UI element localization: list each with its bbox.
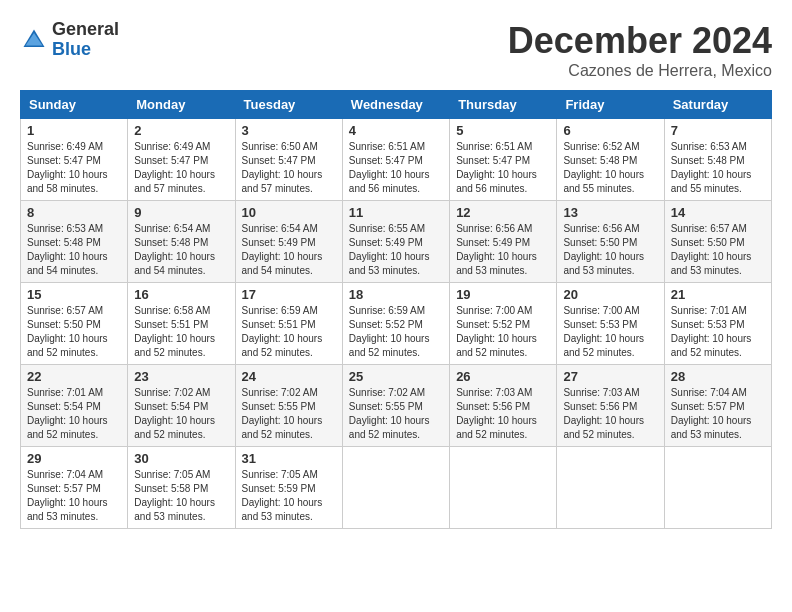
calendar-cell: 15 Sunrise: 6:57 AMSunset: 5:50 PMDaylig… [21,283,128,365]
calendar-cell: 20 Sunrise: 7:00 AMSunset: 5:53 PMDaylig… [557,283,664,365]
day-number: 29 [27,451,121,466]
weekday-header-row: SundayMondayTuesdayWednesdayThursdayFrid… [21,91,772,119]
calendar-cell: 1 Sunrise: 6:49 AMSunset: 5:47 PMDayligh… [21,119,128,201]
day-number: 11 [349,205,443,220]
day-number: 23 [134,369,228,384]
day-number: 4 [349,123,443,138]
day-info: Sunrise: 6:52 AMSunset: 5:48 PMDaylight:… [563,141,644,194]
calendar-cell: 5 Sunrise: 6:51 AMSunset: 5:47 PMDayligh… [450,119,557,201]
calendar-cell: 11 Sunrise: 6:55 AMSunset: 5:49 PMDaylig… [342,201,449,283]
calendar-cell: 10 Sunrise: 6:54 AMSunset: 5:49 PMDaylig… [235,201,342,283]
day-info: Sunrise: 6:54 AMSunset: 5:48 PMDaylight:… [134,223,215,276]
day-info: Sunrise: 6:59 AMSunset: 5:51 PMDaylight:… [242,305,323,358]
weekday-header-cell: Sunday [21,91,128,119]
weekday-header-cell: Tuesday [235,91,342,119]
day-info: Sunrise: 7:02 AMSunset: 5:55 PMDaylight:… [242,387,323,440]
day-number: 17 [242,287,336,302]
weekday-header-cell: Thursday [450,91,557,119]
calendar: SundayMondayTuesdayWednesdayThursdayFrid… [20,90,772,529]
title-area: December 2024 Cazones de Herrera, Mexico [508,20,772,80]
calendar-cell: 14 Sunrise: 6:57 AMSunset: 5:50 PMDaylig… [664,201,771,283]
day-number: 8 [27,205,121,220]
calendar-cell: 24 Sunrise: 7:02 AMSunset: 5:55 PMDaylig… [235,365,342,447]
logo-text: General Blue [52,20,119,60]
day-info: Sunrise: 7:00 AMSunset: 5:53 PMDaylight:… [563,305,644,358]
day-info: Sunrise: 7:01 AMSunset: 5:54 PMDaylight:… [27,387,108,440]
day-info: Sunrise: 6:56 AMSunset: 5:49 PMDaylight:… [456,223,537,276]
day-info: Sunrise: 6:57 AMSunset: 5:50 PMDaylight:… [27,305,108,358]
header: General Blue December 2024 Cazones de He… [20,20,772,80]
calendar-cell: 18 Sunrise: 6:59 AMSunset: 5:52 PMDaylig… [342,283,449,365]
calendar-cell: 27 Sunrise: 7:03 AMSunset: 5:56 PMDaylig… [557,365,664,447]
day-info: Sunrise: 6:51 AMSunset: 5:47 PMDaylight:… [349,141,430,194]
day-info: Sunrise: 7:03 AMSunset: 5:56 PMDaylight:… [563,387,644,440]
calendar-cell: 12 Sunrise: 6:56 AMSunset: 5:49 PMDaylig… [450,201,557,283]
day-number: 14 [671,205,765,220]
day-number: 2 [134,123,228,138]
day-info: Sunrise: 6:58 AMSunset: 5:51 PMDaylight:… [134,305,215,358]
day-number: 30 [134,451,228,466]
day-info: Sunrise: 7:04 AMSunset: 5:57 PMDaylight:… [671,387,752,440]
calendar-cell: 22 Sunrise: 7:01 AMSunset: 5:54 PMDaylig… [21,365,128,447]
day-number: 9 [134,205,228,220]
day-number: 7 [671,123,765,138]
calendar-cell: 9 Sunrise: 6:54 AMSunset: 5:48 PMDayligh… [128,201,235,283]
calendar-cell: 6 Sunrise: 6:52 AMSunset: 5:48 PMDayligh… [557,119,664,201]
day-info: Sunrise: 6:51 AMSunset: 5:47 PMDaylight:… [456,141,537,194]
day-info: Sunrise: 6:55 AMSunset: 5:49 PMDaylight:… [349,223,430,276]
calendar-cell: 7 Sunrise: 6:53 AMSunset: 5:48 PMDayligh… [664,119,771,201]
day-info: Sunrise: 6:54 AMSunset: 5:49 PMDaylight:… [242,223,323,276]
day-info: Sunrise: 6:59 AMSunset: 5:52 PMDaylight:… [349,305,430,358]
day-number: 13 [563,205,657,220]
day-number: 3 [242,123,336,138]
month-title: December 2024 [508,20,772,62]
calendar-cell: 25 Sunrise: 7:02 AMSunset: 5:55 PMDaylig… [342,365,449,447]
day-info: Sunrise: 6:50 AMSunset: 5:47 PMDaylight:… [242,141,323,194]
calendar-week-row: 29 Sunrise: 7:04 AMSunset: 5:57 PMDaylig… [21,447,772,529]
weekday-header-cell: Monday [128,91,235,119]
calendar-cell [450,447,557,529]
calendar-week-row: 1 Sunrise: 6:49 AMSunset: 5:47 PMDayligh… [21,119,772,201]
day-number: 6 [563,123,657,138]
day-info: Sunrise: 6:49 AMSunset: 5:47 PMDaylight:… [134,141,215,194]
logo-general-text: General [52,20,119,40]
calendar-cell: 13 Sunrise: 6:56 AMSunset: 5:50 PMDaylig… [557,201,664,283]
day-info: Sunrise: 7:02 AMSunset: 5:54 PMDaylight:… [134,387,215,440]
weekday-header-cell: Saturday [664,91,771,119]
day-number: 1 [27,123,121,138]
day-info: Sunrise: 6:53 AMSunset: 5:48 PMDaylight:… [671,141,752,194]
calendar-cell: 19 Sunrise: 7:00 AMSunset: 5:52 PMDaylig… [450,283,557,365]
calendar-cell: 26 Sunrise: 7:03 AMSunset: 5:56 PMDaylig… [450,365,557,447]
day-number: 28 [671,369,765,384]
weekday-header-cell: Friday [557,91,664,119]
calendar-cell [557,447,664,529]
day-number: 22 [27,369,121,384]
weekday-header-cell: Wednesday [342,91,449,119]
calendar-cell: 30 Sunrise: 7:05 AMSunset: 5:58 PMDaylig… [128,447,235,529]
day-info: Sunrise: 6:57 AMSunset: 5:50 PMDaylight:… [671,223,752,276]
calendar-cell: 31 Sunrise: 7:05 AMSunset: 5:59 PMDaylig… [235,447,342,529]
calendar-cell: 16 Sunrise: 6:58 AMSunset: 5:51 PMDaylig… [128,283,235,365]
logo: General Blue [20,20,119,60]
day-number: 24 [242,369,336,384]
calendar-cell: 3 Sunrise: 6:50 AMSunset: 5:47 PMDayligh… [235,119,342,201]
day-number: 16 [134,287,228,302]
day-number: 21 [671,287,765,302]
calendar-cell [342,447,449,529]
calendar-cell: 8 Sunrise: 6:53 AMSunset: 5:48 PMDayligh… [21,201,128,283]
day-info: Sunrise: 7:00 AMSunset: 5:52 PMDaylight:… [456,305,537,358]
day-info: Sunrise: 6:53 AMSunset: 5:48 PMDaylight:… [27,223,108,276]
calendar-cell: 23 Sunrise: 7:02 AMSunset: 5:54 PMDaylig… [128,365,235,447]
calendar-week-row: 15 Sunrise: 6:57 AMSunset: 5:50 PMDaylig… [21,283,772,365]
calendar-cell: 29 Sunrise: 7:04 AMSunset: 5:57 PMDaylig… [21,447,128,529]
day-info: Sunrise: 7:03 AMSunset: 5:56 PMDaylight:… [456,387,537,440]
day-number: 19 [456,287,550,302]
day-info: Sunrise: 7:05 AMSunset: 5:59 PMDaylight:… [242,469,323,522]
day-info: Sunrise: 7:02 AMSunset: 5:55 PMDaylight:… [349,387,430,440]
day-number: 20 [563,287,657,302]
day-number: 31 [242,451,336,466]
day-number: 18 [349,287,443,302]
calendar-cell: 21 Sunrise: 7:01 AMSunset: 5:53 PMDaylig… [664,283,771,365]
day-number: 5 [456,123,550,138]
calendar-cell: 2 Sunrise: 6:49 AMSunset: 5:47 PMDayligh… [128,119,235,201]
